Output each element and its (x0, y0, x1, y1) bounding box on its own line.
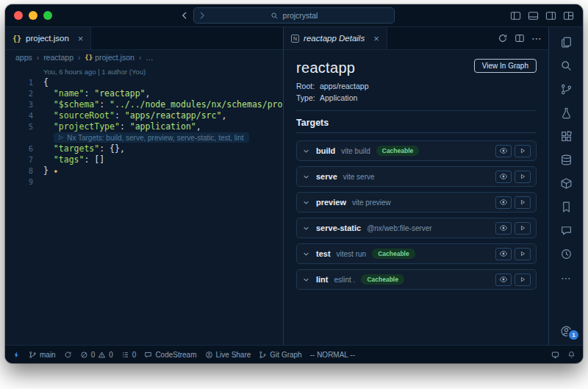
bell-icon[interactable] (567, 351, 576, 359)
tab-project-json[interactable]: {} project.json × (5, 27, 91, 49)
close-icon[interactable]: × (78, 34, 84, 43)
target-row-serve[interactable]: servevite serve (296, 166, 537, 187)
code-editor[interactable]: You, 6 hours ago | 1 author (You)1{2 "na… (5, 65, 283, 345)
run-target-button[interactable] (514, 274, 531, 286)
vim-mode[interactable]: -- NORMAL -- (310, 351, 355, 359)
more-actions-icon[interactable]: ⋯ (531, 33, 542, 43)
reveal-target-button[interactable] (495, 196, 512, 209)
code-token: "tags" (54, 154, 85, 165)
status-bar-right (551, 351, 576, 359)
reveal-target-button[interactable] (495, 222, 512, 235)
refresh-icon[interactable] (498, 33, 508, 43)
code-line[interactable]: 8} ✦ (11, 165, 283, 176)
run-target-button[interactable] (514, 196, 531, 209)
reveal-target-button[interactable] (495, 171, 512, 183)
codestream-status[interactable]: CodeStream (144, 351, 196, 359)
todo-count-status[interactable]: 0 (121, 351, 137, 359)
chevron-down-icon[interactable] (302, 276, 310, 284)
live-share-status[interactable]: Live Share (205, 351, 251, 359)
chevron-down-icon[interactable] (302, 224, 310, 232)
toggle-sidebar-icon[interactable] (510, 10, 521, 21)
json-icon: {} (12, 35, 21, 43)
code-line[interactable]: 5 "projectType": "application", (11, 121, 283, 132)
tab-reactapp-details[interactable]: N reactapp Details × (284, 27, 387, 49)
target-actions (495, 274, 531, 286)
git-branch-status[interactable]: main (29, 351, 56, 359)
back-button[interactable] (179, 10, 190, 21)
more-icon[interactable]: ⋯ (556, 270, 576, 285)
target-row-preview[interactable]: previewvite preview (296, 192, 537, 213)
minimize-window-button[interactable] (29, 11, 37, 20)
target-row-lint[interactable]: linteslint .Cacheable (296, 269, 537, 290)
type-label: Type: (296, 93, 320, 104)
code-line[interactable]: 3 "$schema": "../../node_modules/nx/sche… (11, 99, 283, 110)
target-row-serve-static[interactable]: serve-static@nx/web:file-server (296, 218, 537, 238)
reveal-target-button[interactable] (495, 145, 512, 157)
breadcrumb-item[interactable]: … (146, 53, 154, 62)
close-window-button[interactable] (14, 11, 23, 20)
code-line[interactable]: 9 (11, 176, 283, 188)
line-number: 1 (11, 77, 33, 88)
target-command: vite build (341, 147, 370, 155)
source-control-icon[interactable] (556, 82, 576, 97)
vscode-window: projcrystal {} project.json × apps›react… (5, 4, 583, 363)
activity-bar-bottom: 1 (556, 324, 576, 339)
json-icon: {} (85, 54, 93, 61)
toggle-panel-icon[interactable] (528, 10, 539, 21)
target-row-build[interactable]: buildvite buildCacheable (296, 140, 537, 161)
code-line[interactable]: 1{ (11, 77, 283, 88)
nx-icon: N (291, 35, 299, 43)
reveal-target-button[interactable] (495, 274, 512, 286)
split-editor-icon[interactable] (514, 33, 525, 43)
run-target-button[interactable] (514, 248, 531, 260)
account-icon[interactable]: 1 (556, 324, 576, 339)
zoom-window-button[interactable] (43, 11, 52, 20)
extensions-icon[interactable] (556, 129, 576, 144)
customize-layout-icon[interactable] (563, 10, 574, 21)
chevron-down-icon[interactable] (302, 250, 310, 258)
database-icon[interactable] (556, 152, 576, 168)
editor-group-left: {} project.json × apps›reactapp›{}projec… (5, 27, 284, 345)
tabbar-left: {} project.json × (5, 27, 283, 50)
run-target-button[interactable] (514, 222, 531, 235)
cube-icon[interactable] (556, 176, 576, 191)
breadcrumb-item[interactable]: reactapp (43, 53, 74, 62)
branch-name: main (40, 351, 56, 359)
files-icon[interactable] (556, 35, 576, 50)
codestream-icon[interactable] (556, 223, 576, 238)
chevron-down-icon[interactable] (302, 173, 310, 181)
codelens-blame[interactable]: You, 6 hours ago | 1 author (You) (43, 67, 283, 77)
code-token: , (146, 88, 151, 99)
close-icon[interactable]: × (373, 34, 379, 43)
bookmarks-icon[interactable] (556, 199, 576, 215)
chevron-down-icon[interactable] (302, 199, 310, 207)
code-line[interactable]: 6 "targets": {}, (11, 143, 283, 154)
reveal-target-button[interactable] (495, 248, 512, 260)
chevron-down-icon[interactable] (302, 147, 310, 155)
breadcrumb-item[interactable]: apps (15, 53, 32, 62)
screencast-icon[interactable] (551, 351, 559, 359)
forward-button[interactable] (197, 10, 207, 21)
code-line[interactable]: 7 "tags": [] (11, 154, 283, 165)
target-row-test[interactable]: testvitest runCacheable (296, 243, 537, 264)
history-icon[interactable] (556, 246, 576, 262)
test-flask-icon[interactable] (556, 105, 576, 121)
git-graph-status[interactable]: Git Graph (259, 351, 301, 359)
code-token (43, 121, 54, 132)
code-line[interactable]: 2 "name": "reactapp", (11, 88, 283, 99)
problems-status[interactable]: 0 0 (80, 351, 113, 359)
remote-indicator-icon[interactable] (12, 351, 21, 359)
code-token: "targets" (54, 143, 99, 154)
toggle-secondary-sidebar-icon[interactable] (545, 10, 556, 21)
target-command: @nx/web:file-server (367, 224, 432, 232)
code-line[interactable]: 4 "sourceRoot": "apps/reactapp/src", (11, 110, 283, 121)
breadcrumb-item[interactable]: {}project.json (85, 53, 135, 62)
command-center-search[interactable]: projcrystal (193, 7, 395, 24)
nx-targets-hint[interactable]: ▷Nx Targets: build, serve, preview, serv… (11, 132, 283, 143)
view-in-graph-button[interactable]: View In Graph (474, 59, 537, 73)
run-target-button[interactable] (514, 145, 531, 157)
sync-status-icon[interactable] (64, 351, 72, 359)
search-icon[interactable] (556, 58, 576, 74)
run-target-button[interactable] (514, 171, 531, 183)
status-bar-left: main 0 0 0 CodeStream Live Share (12, 351, 355, 359)
